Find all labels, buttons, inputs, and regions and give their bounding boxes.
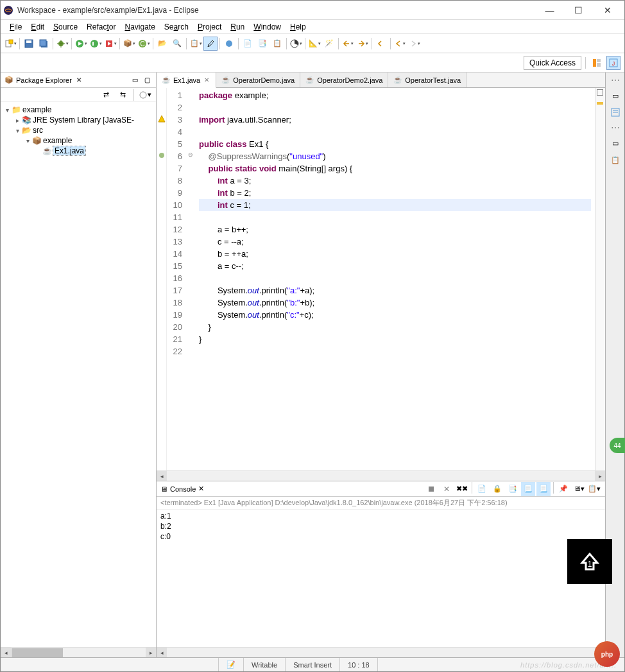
restore2-icon[interactable]: ▭ [609,137,622,150]
avatar-badge[interactable]: php [594,641,620,667]
svg-point-18 [226,40,232,47]
svg-rect-5 [26,40,31,43]
tab-ex1-java[interactable]: ☕Ex1.java✕ [157,73,216,88]
forward-button[interactable]: ▾ [407,37,422,51]
menu-edit[interactable]: Edit [27,21,48,33]
h-scrollbar[interactable]: ◂ ▸ [1,647,156,657]
scroll-left-button[interactable]: ◂ [1,648,11,657]
menu-file[interactable]: File [6,21,26,33]
console-h-scrollbar[interactable]: ◂▸ [157,647,605,657]
back-button[interactable]: ▾ [393,37,407,51]
tree-item-src[interactable]: ▾📂src [2,125,155,135]
tb-icon-2[interactable]: 📑 [255,37,270,51]
editor-tabs: ☕Ex1.java✕☕OperatorDemo.java☕OperatorDem… [157,73,605,88]
view-close-button[interactable]: ✕ [74,76,83,83]
new-button[interactable]: ▾ [3,37,17,51]
view-menu-button[interactable]: ▾ [138,88,152,102]
pin-console-button[interactable]: 📌 [556,482,570,496]
menu-refactor[interactable]: Refactor [83,21,119,33]
tree-item-example[interactable]: ▾📦example [2,135,155,146]
search-button[interactable]: 🔍 [170,37,184,51]
menu-help[interactable]: Help [286,21,310,33]
console-close-button[interactable]: ✕ [198,485,204,493]
tree-item-ex1-java[interactable]: ☕Ex1.java [2,146,155,156]
terminate-button[interactable] [424,482,438,496]
tb-icon-pie[interactable]: ▾ [289,37,303,51]
scroll-top-button[interactable]: 1 [567,539,612,584]
coverage-button[interactable]: ▾ [89,37,103,51]
menu-window[interactable]: Window [250,21,285,33]
prev-annotation-button[interactable]: ▾ [341,37,355,51]
svg-text:C: C [140,40,144,47]
view-minimize-button[interactable]: ▭ [130,76,140,83]
open-type-button[interactable]: 📂 [155,37,169,51]
menu-source[interactable]: Source [49,21,81,33]
svg-point-27 [159,153,164,158]
code-area[interactable]: package example;import java.util.Scanner… [195,88,595,470]
tab-operatortest-java[interactable]: ☕OperatorTest.java [388,73,467,87]
menu-navigate[interactable]: Navigate [121,21,158,33]
minimize-button[interactable]: — [535,1,564,19]
package-explorer-title: Package Explorer [16,76,72,84]
scroll-lock-button[interactable]: 🔒 [490,482,504,496]
perspective-open-button[interactable] [590,56,604,70]
svg-text:1: 1 [588,560,592,569]
svg-point-13 [90,40,98,47]
tab-close-icon[interactable]: ✕ [203,76,210,83]
svg-text:✕: ✕ [443,485,450,493]
link-editor-button[interactable]: ⇆ [116,88,130,102]
prev-edit-button[interactable] [374,37,388,51]
menu-run[interactable]: Run [227,21,248,33]
open-task-button[interactable]: 📋▾ [189,37,203,51]
svg-rect-7 [40,40,46,46]
console-title: Console [170,485,196,493]
debug-button[interactable]: ▾ [55,37,69,51]
outline-icon[interactable] [609,106,622,119]
tb-icon-1[interactable]: 📄 [241,37,255,51]
tb-icon-3[interactable]: 📋 [270,37,284,51]
word-wrap-button[interactable]: 📑 [506,482,520,496]
tree-item-example[interactable]: ▾📁example [2,105,155,115]
tasks-icon[interactable]: 📋 [609,153,622,166]
save-button[interactable] [22,37,36,51]
collapse-all-button[interactable]: ⇄ [99,88,113,102]
menu-search[interactable]: Search [160,21,193,33]
run-button[interactable]: ▾ [74,37,88,51]
remove-launch-button[interactable]: ✕ [440,482,454,496]
close-button[interactable]: ✕ [593,1,622,19]
svg-point-25 [140,92,146,98]
scroll-thumb[interactable] [12,648,63,657]
tb-icon-wand[interactable]: 🪄 [322,37,336,51]
maximize-button[interactable]: ☐ [564,1,593,19]
view-maximize-button[interactable]: ▢ [142,76,152,83]
scroll-right-button[interactable]: ▸ [146,648,156,657]
save-all-button[interactable] [37,37,51,51]
open-console-button[interactable]: 📋▾ [587,482,601,496]
console-output[interactable]: a:1b:2c:0 [157,510,605,647]
display-selected-button[interactable]: 🖥▾ [572,482,586,496]
restore-icon[interactable]: ▭ [609,89,622,102]
tab-operatordemo-java[interactable]: ☕OperatorDemo.java [216,73,300,87]
remove-all-button[interactable]: ✖✖ [455,482,469,496]
new-package-button[interactable]: 📦▾ [122,37,136,51]
quick-access-field[interactable]: Quick Access [524,56,581,70]
tree-item-jre-system-library--javase-[interactable]: ▸📚JRE System Library [JavaSE- [2,115,155,125]
next-annotation-button[interactable]: ▾ [355,37,370,51]
show-on-out-button[interactable]: 📃 [521,482,535,496]
new-class-button[interactable]: C▾ [137,37,151,51]
skip-breakpoints-button[interactable] [222,37,236,51]
ext-tools-button[interactable]: ▾ [103,37,117,51]
perspective-java-button[interactable]: J [606,56,621,70]
floating-badge[interactable]: 44 [610,438,625,453]
overview-ruler[interactable] [595,88,605,470]
package-tree[interactable]: ▾📁example▸📚JRE System Library [JavaSE-▾📂… [1,102,156,647]
editor-h-scrollbar[interactable]: ◂ ▸ [157,470,605,481]
tab-operatordemo2-java[interactable]: ☕OperatorDemo2.java [300,73,388,87]
tb-icon-4[interactable]: 📐▾ [307,37,321,51]
menu-project[interactable]: Project [194,21,225,33]
editor-body[interactable]: 12345678910111213141516171819202122 ⊖ pa… [157,88,605,470]
clear-console-button[interactable]: 📄 [475,482,489,496]
toggle-breadcrumb-button[interactable]: 🖊 [203,37,218,51]
svg-rect-22 [597,63,601,67]
show-on-err-button[interactable]: 📃 [536,482,551,496]
